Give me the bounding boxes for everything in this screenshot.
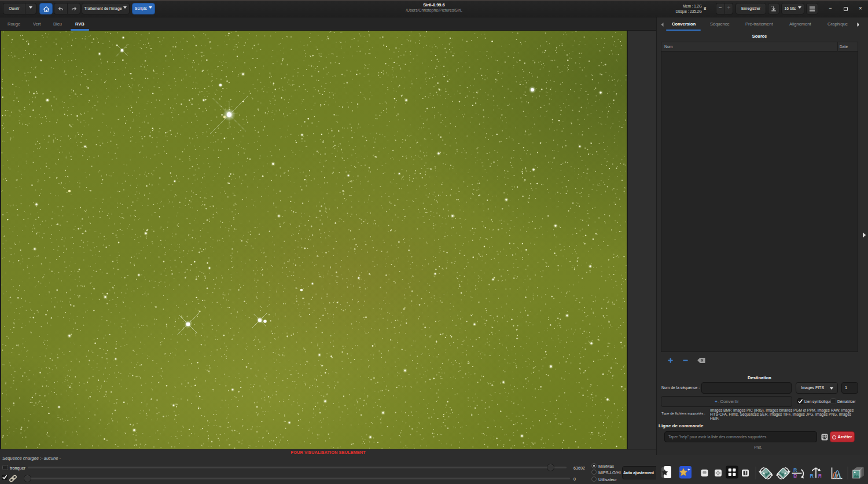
svg-text:R: R: [793, 467, 797, 473]
svg-text:B: B: [793, 473, 797, 479]
svg-text:R: R: [818, 473, 822, 479]
svg-text:R: R: [810, 473, 814, 479]
